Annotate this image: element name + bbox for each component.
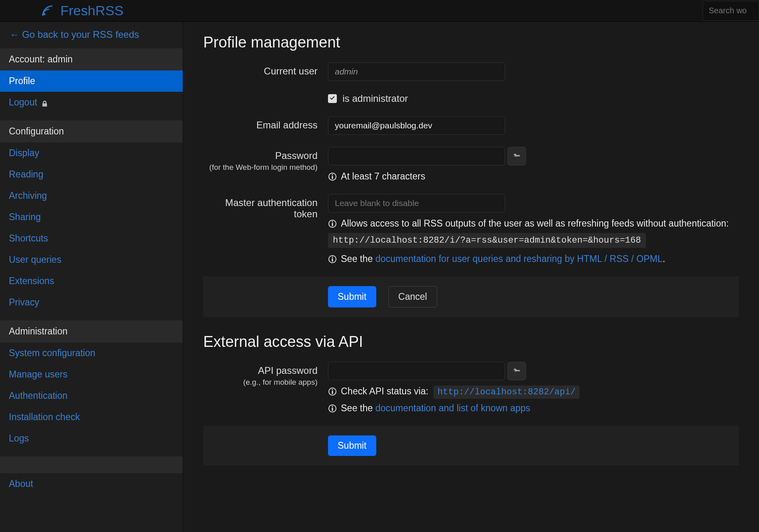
svg-point-12	[332, 389, 333, 390]
email-input[interactable]	[328, 116, 505, 135]
token-hint: Allows access to all RSS outputs of the …	[341, 218, 729, 229]
password-reveal-button[interactable]	[507, 147, 526, 165]
sidebar-item-sharing[interactable]: Sharing	[0, 206, 183, 228]
sidebar-item-label: System configuration	[9, 348, 95, 359]
key-icon	[513, 152, 521, 161]
brand-link[interactable]: FreshRSS	[40, 3, 124, 19]
sidebar: ← Go back to your RSS feeds Account: adm…	[0, 22, 183, 532]
info-icon	[328, 387, 337, 396]
submit-button-api[interactable]: Submit	[328, 435, 376, 456]
submit-bar-api: Submit	[203, 426, 739, 466]
row-api-password: API password (e.g., for mobile apps)	[203, 362, 739, 414]
svg-rect-2	[332, 176, 333, 179]
main-content: Profile management Current user is admin…	[183, 22, 759, 532]
api-check-line: Check API status via: http://localhost:8…	[341, 386, 580, 397]
label-password: Password (for the Web-form login method)	[203, 147, 328, 172]
info-icon	[328, 172, 337, 181]
label-email: Email address	[203, 116, 328, 131]
password-hint: At least 7 characters	[341, 171, 425, 182]
label-current-user: Current user	[203, 62, 328, 77]
sidebar-item-reading[interactable]: Reading	[0, 164, 183, 185]
sidebar-item-installation-check[interactable]: Installation check	[0, 406, 183, 428]
sidebar-item-label: Logs	[9, 433, 29, 444]
submit-button[interactable]: Submit	[328, 286, 376, 307]
label-api-password: API password (e.g., for mobile apps)	[203, 362, 328, 387]
sidebar-item-display[interactable]: Display	[0, 142, 183, 164]
api-doc-line: See the documentation and list of known …	[341, 403, 530, 414]
freshrss-logo-icon	[40, 4, 55, 18]
token-doc-line: See the documentation for user queries a…	[341, 254, 665, 264]
sidebar-item-label: Installation check	[9, 412, 80, 423]
sidebar-item-system-configuration[interactable]: System configuration	[0, 342, 183, 364]
sidebar-item-label: About	[9, 478, 33, 489]
password-input[interactable]	[328, 147, 505, 165]
sidebar-item-about[interactable]: About	[0, 473, 183, 495]
sidebar-item-label: Logout	[9, 97, 37, 108]
api-password-input[interactable]	[328, 362, 505, 380]
svg-rect-8	[332, 258, 333, 262]
sidebar-item-shortcuts[interactable]: Shortcuts	[0, 228, 183, 249]
search-wrap	[703, 1, 759, 21]
info-icon	[328, 404, 337, 413]
is-admin-label: is administrator	[342, 93, 408, 104]
sidebar-item-profile[interactable]: Profile	[0, 70, 183, 92]
sidebar-item-label: Extensions	[9, 276, 54, 287]
svg-point-3	[332, 174, 333, 175]
page-title-api: External access via API	[203, 333, 739, 351]
sidebar-item-label: Display	[9, 148, 39, 159]
svg-point-15	[332, 406, 333, 407]
row-current-user: Current user	[203, 62, 739, 81]
sidebar-item-label: Authentication	[9, 390, 68, 401]
label-password-sub: (for the Web-form login method)	[203, 163, 318, 172]
info-icon	[328, 255, 337, 264]
is-admin-checkbox[interactable]	[328, 94, 337, 103]
sidebar-item-label: Reading	[9, 169, 43, 180]
back-to-feeds-link[interactable]: ← Go back to your RSS feeds	[0, 22, 183, 48]
sidebar-item-extensions[interactable]: Extensions	[0, 270, 183, 292]
brand-text: FreshRSS	[60, 3, 124, 19]
cancel-button[interactable]: Cancel	[388, 286, 437, 307]
svg-point-0	[43, 13, 45, 15]
api-doc-link[interactable]: documentation and list of known apps	[375, 403, 530, 413]
token-url-code[interactable]: http://localhost:8282/i/?a=rss&user=admi…	[328, 233, 646, 248]
row-token: Master authentication token Allows acces…	[203, 194, 739, 264]
api-status-link[interactable]: http://localhost:8282/api/	[433, 386, 580, 399]
svg-rect-5	[332, 223, 333, 226]
topbar: FreshRSS	[0, 0, 759, 22]
svg-point-9	[332, 256, 333, 258]
search-input[interactable]	[703, 1, 759, 21]
sidebar-item-authentication[interactable]: Authentication	[0, 385, 183, 406]
label-api-sub: (e.g., for mobile apps)	[203, 378, 318, 387]
row-is-admin: is administrator	[203, 93, 739, 104]
sidebar-item-label: Privacy	[9, 297, 39, 308]
sidebar-item-logout[interactable]: Logout	[0, 92, 183, 113]
label-token: Master authentication token	[203, 194, 328, 220]
sidebar-item-label: Sharing	[9, 212, 41, 223]
lock-icon	[41, 99, 48, 106]
token-input[interactable]	[328, 194, 505, 212]
sidebar-item-user-queries[interactable]: User queries	[0, 249, 183, 270]
sidebar-item-privacy[interactable]: Privacy	[0, 292, 183, 313]
sidebar-item-label: Archiving	[9, 190, 47, 201]
sidebar-separator	[0, 456, 183, 473]
row-email: Email address	[203, 116, 739, 135]
page-title: Profile management	[203, 34, 739, 51]
api-password-reveal-button[interactable]	[507, 362, 526, 380]
submit-bar-profile: Submit Cancel	[203, 276, 739, 317]
sidebar-item-label: Manage users	[9, 369, 68, 380]
svg-point-6	[332, 221, 333, 222]
sidebar-header-configuration: Configuration	[0, 120, 183, 142]
sidebar-item-manage-users[interactable]: Manage users	[0, 364, 183, 385]
sidebar-item-archiving[interactable]: Archiving	[0, 185, 183, 206]
row-password: Password (for the Web-form login method)	[203, 147, 739, 182]
svg-rect-11	[332, 391, 333, 394]
sidebar-header-account: Account: admin	[0, 48, 183, 70]
current-user-input	[328, 62, 505, 81]
token-doc-link[interactable]: documentation for user queries and resha…	[375, 254, 663, 264]
sidebar-header-administration: Administration	[0, 320, 183, 342]
sidebar-item-label: Profile	[9, 76, 35, 87]
info-icon	[328, 219, 337, 228]
sidebar-item-label: User queries	[9, 254, 61, 265]
svg-rect-14	[332, 408, 333, 411]
sidebar-item-logs[interactable]: Logs	[0, 428, 183, 449]
